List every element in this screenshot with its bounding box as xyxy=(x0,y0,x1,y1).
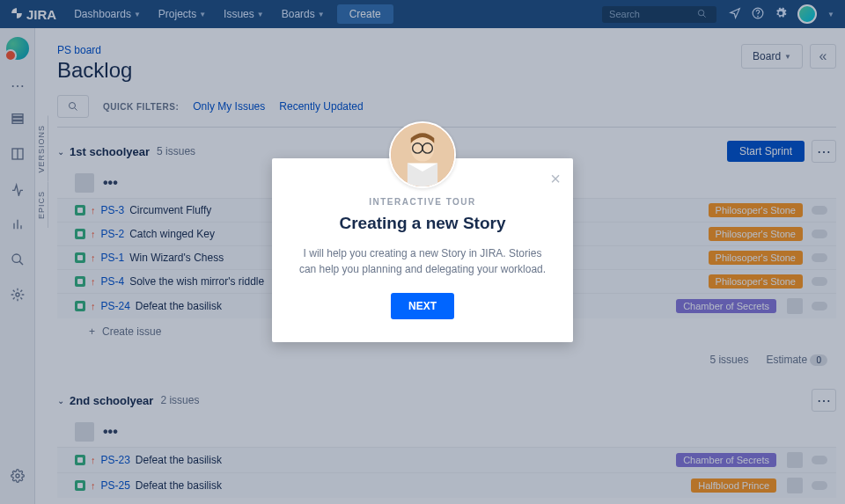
close-button[interactable]: × xyxy=(550,169,561,189)
modal-title: Creating a new Story xyxy=(298,214,547,233)
tour-modal: × INTERACTIVE TOUR Creating a new Story … xyxy=(272,158,573,342)
modal-overlay[interactable]: × INTERACTIVE TOUR Creating a new Story … xyxy=(0,0,845,504)
next-button[interactable]: NEXT xyxy=(391,293,454,319)
modal-eyebrow: INTERACTIVE TOUR xyxy=(298,197,547,207)
tour-avatar xyxy=(389,121,456,188)
modal-body: I will help you creating a new Story in … xyxy=(298,245,547,277)
